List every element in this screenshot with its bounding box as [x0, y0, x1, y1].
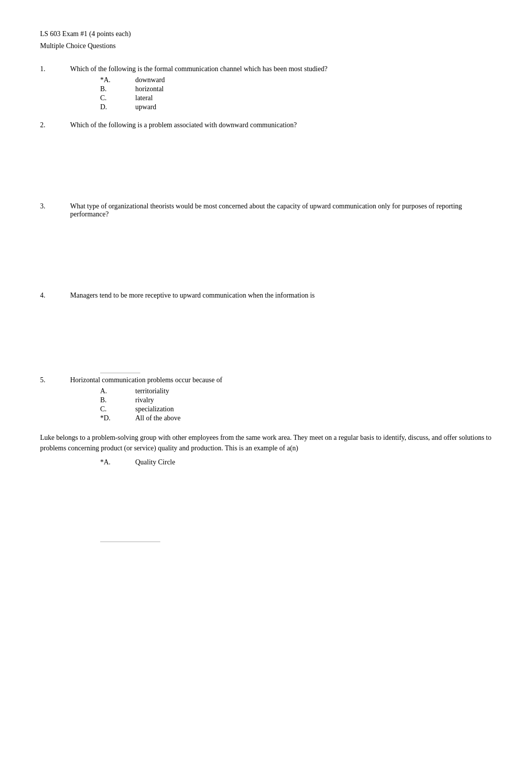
question-1-answers: *A. downward B. horizontal C. lateral D.… — [100, 76, 492, 111]
answer-5a-text: territoriality — [135, 387, 492, 395]
question-2: 2. Which of the following is a problem a… — [40, 121, 492, 192]
question-2-spacer — [40, 132, 492, 192]
question-6: Luke belongs to a problem-solving group … — [40, 432, 492, 532]
exam-header: LS 603 Exam #1 (4 points each) — [40, 30, 492, 38]
exam-title: LS 603 Exam #1 (4 points each) — [40, 30, 131, 38]
answer-5c-text: specialization — [135, 405, 492, 413]
question-6-text: Luke belongs to a problem-solving group … — [40, 432, 492, 453]
answer-1b-letter: B. — [100, 85, 135, 93]
answer-5c: C. specialization — [100, 405, 492, 413]
question-3-text: What type of organizational theorists wo… — [70, 202, 492, 218]
answer-5a-letter: A. — [100, 387, 135, 395]
question-1-row: 1. Which of the following is the formal … — [40, 65, 492, 73]
page-container: LS 603 Exam #1 (4 points each) Multiple … — [0, 0, 532, 782]
answer-5d-letter: *D. — [100, 414, 135, 422]
answer-6a-letter: *A. — [100, 458, 135, 466]
question-5-answers: A. territoriality B. rivalry C. speciali… — [100, 387, 492, 422]
question-4-number: 4. — [40, 292, 70, 300]
question-3-row: 3. What type of organizational theorists… — [40, 202, 492, 218]
answer-1b-text: horizontal — [135, 85, 492, 93]
question-1: 1. Which of the following is the formal … — [40, 65, 492, 111]
answer-5b-text: rivalry — [135, 396, 492, 404]
answer-1c-text: lateral — [135, 94, 492, 102]
question-3-spacer — [40, 221, 492, 282]
question-4-text: Managers tend to be more receptive to up… — [70, 292, 492, 300]
decorative-line-1 — [100, 373, 140, 373]
answer-1c-letter: C. — [100, 94, 135, 102]
question-1-number: 1. — [40, 65, 70, 73]
decorative-line-2 — [100, 542, 160, 542]
question-3-number: 3. — [40, 202, 70, 210]
answer-1d-text: upward — [135, 103, 492, 111]
answer-5c-letter: C. — [100, 405, 135, 413]
answer-5d-text: All of the above — [135, 414, 492, 422]
answer-1d-letter: D. — [100, 103, 135, 111]
question-4-spacer — [40, 303, 492, 363]
answer-1b: B. horizontal — [100, 85, 492, 93]
question-6-answers: *A. Quality Circle — [100, 458, 492, 466]
answer-6a-text: Quality Circle — [135, 458, 492, 466]
section-title: Multiple Choice Questions — [40, 42, 492, 50]
answer-1a-text: downward — [135, 76, 492, 84]
question-2-text: Which of the following is a problem asso… — [70, 121, 492, 129]
question-5: 5. Horizontal communication problems occ… — [40, 376, 492, 422]
question-6-spacer — [40, 471, 492, 532]
question-4-row: 4. Managers tend to be more receptive to… — [40, 292, 492, 300]
question-4: 4. Managers tend to be more receptive to… — [40, 292, 492, 363]
question-3: 3. What type of organizational theorists… — [40, 202, 492, 282]
answer-5a: A. territoriality — [100, 387, 492, 395]
answer-6a: *A. Quality Circle — [100, 458, 492, 466]
question-5-number: 5. — [40, 376, 70, 384]
answer-1c: C. lateral — [100, 94, 492, 102]
answer-1a-letter: *A. — [100, 76, 135, 84]
section-label: Multiple Choice Questions — [40, 42, 116, 50]
question-5-row: 5. Horizontal communication problems occ… — [40, 376, 492, 384]
answer-1d: D. upward — [100, 103, 492, 111]
answer-5d: *D. All of the above — [100, 414, 492, 422]
question-2-row: 2. Which of the following is a problem a… — [40, 121, 492, 129]
question-2-number: 2. — [40, 121, 70, 129]
answer-5b: B. rivalry — [100, 396, 492, 404]
answer-5b-letter: B. — [100, 396, 135, 404]
question-5-text: Horizontal communication problems occur … — [70, 376, 492, 384]
question-1-text: Which of the following is the formal com… — [70, 65, 492, 73]
answer-1a: *A. downward — [100, 76, 492, 84]
